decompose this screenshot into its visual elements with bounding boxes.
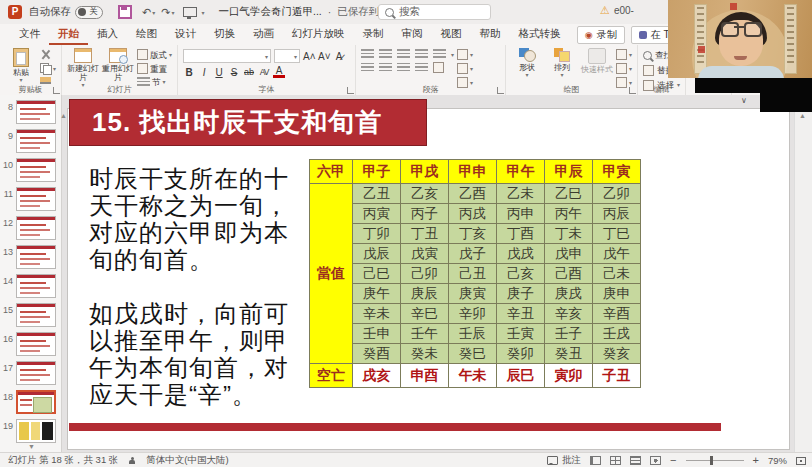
ribbon-tab[interactable]: 开始 <box>49 24 88 45</box>
redo-button[interactable]: ↷▾ <box>161 6 174 19</box>
thumbnail-preview[interactable] <box>16 129 56 153</box>
dialog-launcher-icon[interactable] <box>347 87 354 94</box>
ribbon-tab[interactable]: 设计 <box>166 24 205 45</box>
accessibility-icon[interactable] <box>128 457 136 465</box>
slide-thumbnail[interactable]: 18 <box>0 390 61 416</box>
grow-font-button[interactable]: A˄ <box>303 51 315 62</box>
justify-icon[interactable] <box>415 63 428 73</box>
ribbon-tab[interactable]: 录制 <box>354 24 393 45</box>
line-spacing-icon[interactable] <box>433 49 446 59</box>
reuse-slides-button[interactable]: 重用幻灯片 <box>102 47 134 82</box>
slide-body-text[interactable]: 时辰干支所在的十 天干称之为一旬， 对应的六甲即为本 旬的旬首。 如戊戌时，向前… <box>89 165 289 408</box>
start-presentation-icon[interactable] <box>183 7 197 17</box>
ribbon-tab[interactable]: 审阅 <box>393 24 432 45</box>
thumbnail-preview[interactable] <box>16 390 56 414</box>
slide-thumbnail[interactable]: 13 <box>0 245 61 271</box>
ribbon-tab[interactable]: 格式转换 <box>510 24 570 45</box>
bullet-list-icon[interactable] <box>361 49 374 59</box>
thumbnail-preview[interactable] <box>16 245 56 269</box>
font-style-button[interactable]: U <box>213 67 225 78</box>
thumbnail-preview[interactable] <box>16 187 56 211</box>
scroll-up-icon[interactable]: ▲ <box>799 112 806 119</box>
language-indicator[interactable]: 简体中文(中国大陆) <box>146 454 228 467</box>
cut-button[interactable] <box>40 49 56 60</box>
ribbon-tab[interactable]: 帮助 <box>471 24 510 45</box>
thumbnail-preview[interactable] <box>16 303 56 327</box>
thumbnail-preview[interactable] <box>16 419 56 443</box>
font-style-button[interactable]: S <box>228 67 240 78</box>
shrink-font-button[interactable]: A˅ <box>318 51 330 62</box>
vertical-scrollbar[interactable] <box>794 110 812 452</box>
thumbnail-preview[interactable] <box>16 216 56 240</box>
slide-thumbnail[interactable]: 10 <box>0 158 61 184</box>
align-left-icon[interactable] <box>361 63 374 73</box>
thumbnail-preview[interactable] <box>16 100 56 124</box>
font-size-combo[interactable]: ▾ <box>274 49 300 63</box>
decrease-indent-icon[interactable] <box>397 49 410 59</box>
font-name-combo[interactable]: ▾ <box>183 49 271 63</box>
zoom-level[interactable]: 79% <box>768 455 787 466</box>
normal-view-button[interactable] <box>590 456 601 465</box>
slide-thumbnail[interactable]: 14 <box>0 274 61 300</box>
ribbon-tab[interactable]: 绘图 <box>127 24 166 45</box>
new-slide-button[interactable]: 新建幻灯片 ▾ <box>67 47 99 89</box>
zoom-slider[interactable] <box>686 460 744 461</box>
copy-button[interactable]: ▾ <box>40 63 56 74</box>
ribbon-tab[interactable]: 视图 <box>432 24 471 45</box>
reset-button[interactable]: 重置 <box>137 63 172 74</box>
clear-format-button[interactable]: A̷ <box>333 51 345 62</box>
paste-button[interactable]: 粘贴 ▾ <box>5 47 37 84</box>
font-style-button[interactable]: ab <box>243 67 255 77</box>
columns-icon[interactable] <box>433 62 444 73</box>
ribbon-tab[interactable]: 文件 <box>10 24 49 45</box>
slide-thumbnail-panel[interactable]: 8910111213141516171819 ▼ <box>0 95 62 452</box>
slide-thumbnail[interactable]: 12 <box>0 216 61 242</box>
reading-view-button[interactable] <box>630 456 641 465</box>
scroll-up-icon[interactable]: ▲ <box>60 112 67 119</box>
record-button[interactable]: ◉ 录制 <box>577 26 625 44</box>
ribbon-tab[interactable]: 幻灯片放映 <box>283 24 354 45</box>
slide-thumbnail[interactable]: 15 <box>0 303 61 329</box>
dialog-launcher-icon[interactable] <box>497 87 504 94</box>
quick-styles-button[interactable]: 快速样式 <box>581 47 613 74</box>
zoom-slider-thumb[interactable] <box>710 456 713 465</box>
scroll-down-icon[interactable]: ▼ <box>28 443 35 450</box>
thumbnail-preview[interactable] <box>16 361 56 385</box>
slide-thumbnail[interactable]: 19 <box>0 419 61 445</box>
slide-title[interactable]: 15. 找出时辰干支和旬首 <box>69 99 427 146</box>
text-direction-button[interactable]: ▾ <box>457 49 473 60</box>
slide-thumbnail[interactable]: 8 <box>0 100 61 126</box>
fit-to-window-icon[interactable] <box>796 457 806 465</box>
align-text-button[interactable]: ▾ <box>457 63 473 74</box>
slideshow-button[interactable] <box>650 456 661 465</box>
dialog-launcher-icon[interactable] <box>53 87 60 94</box>
align-center-icon[interactable] <box>379 63 392 73</box>
slide-thumbnail[interactable]: 11 <box>0 187 61 213</box>
comments-button[interactable]: 批注 <box>547 454 581 467</box>
notification-chip[interactable]: ⚠ e00- <box>600 4 634 17</box>
slide-thumbnail[interactable]: 17 <box>0 361 61 387</box>
slide-thumbnail[interactable]: 9 <box>0 129 61 155</box>
zoom-out-button[interactable]: − <box>670 456 676 465</box>
liujia-table[interactable]: 六甲甲子甲戌甲申甲午甲辰甲寅當值乙丑乙亥乙酉乙未乙巳乙卯丙寅丙子丙戌丙申丙午丙辰… <box>309 159 641 388</box>
arrange-button[interactable]: 排列 ▾ <box>546 47 578 79</box>
font-style-button[interactable]: I <box>198 67 210 78</box>
ribbon-tab[interactable]: 切换 <box>205 24 244 45</box>
ribbon-tab[interactable]: 动画 <box>244 24 283 45</box>
slide-thumbnail[interactable]: 16 <box>0 332 61 358</box>
numbered-list-icon[interactable] <box>379 49 392 59</box>
save-icon[interactable] <box>118 5 132 19</box>
font-style-button[interactable]: AV <box>258 67 270 77</box>
align-right-icon[interactable] <box>397 63 410 73</box>
layout-button[interactable]: 版式▾ <box>137 49 172 60</box>
dialog-launcher-icon[interactable] <box>629 87 636 94</box>
search-input[interactable]: 搜索 <box>378 4 491 20</box>
collapse-ribbon-icon[interactable]: ∨ <box>741 96 747 105</box>
autosave-toggle[interactable]: 自动保存 关 <box>29 5 103 19</box>
autosave-pill[interactable]: 关 <box>75 6 103 19</box>
zoom-in-button[interactable]: + <box>753 456 759 465</box>
shapes-button[interactable]: 形状 ▾ <box>511 47 543 79</box>
shape-fill-button[interactable]: ▾ <box>616 49 632 60</box>
ribbon-tab[interactable]: 插入 <box>88 24 127 45</box>
increase-indent-icon[interactable] <box>415 49 428 59</box>
